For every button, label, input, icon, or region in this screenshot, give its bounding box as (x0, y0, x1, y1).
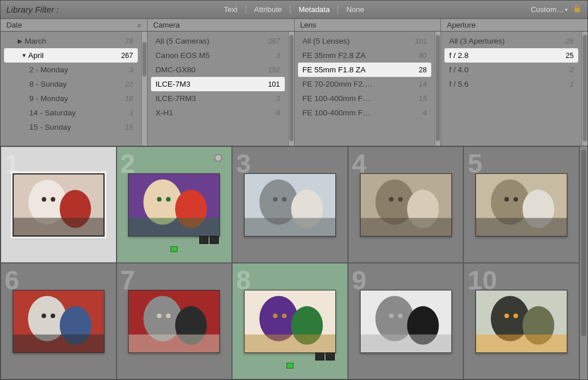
grid-cell[interactable]: 1 (1, 146, 117, 263)
column-scrollbar[interactable] (141, 32, 147, 146)
svg-point-23 (398, 197, 403, 201)
grid-scrollbar-thumb[interactable] (581, 150, 586, 336)
svg-point-47 (282, 313, 287, 318)
filter-column-aperture: All (3 Apertures)28f / 2.825f / 4.02f / … (441, 32, 587, 146)
filter-row[interactable]: FE 100-400mm F…4 (295, 106, 435, 120)
grid-cell[interactable]: 7 (117, 263, 233, 379)
grid-cell[interactable]: 4 (348, 146, 464, 263)
grid-cell[interactable]: 2 (117, 146, 233, 263)
filter-row[interactable]: FE 100-400mm F…15 (295, 91, 435, 106)
filter-row-count: 267 (121, 52, 133, 60)
filter-row[interactable]: All (3 Apertures)28 (441, 34, 582, 48)
filter-row-label: 15 - Sunday (29, 123, 125, 131)
tab-separator (338, 6, 338, 14)
column-header-camera[interactable]: Camera (148, 19, 295, 31)
grid-cell[interactable]: 5 (463, 146, 579, 263)
filter-row-label: FE 55mm F1.8 ZA (303, 65, 419, 74)
svg-point-46 (273, 313, 277, 318)
filter-row-label: FE 100-400mm F… (303, 108, 423, 117)
filter-preset-label: Custom… (531, 5, 564, 14)
filter-row-label: ILCE-7RM3 (156, 94, 276, 103)
filter-row-label: 14 - Saturday (29, 108, 129, 117)
thumbnail[interactable] (13, 290, 105, 353)
filter-row-label: ILCE-7M3 (156, 80, 268, 88)
filter-row[interactable]: FE 55mm F1.8 ZA28 (298, 63, 432, 77)
column-scrollbar-thumb[interactable] (289, 35, 293, 141)
filter-preset-dropdown[interactable]: Custom… ▾ (531, 5, 568, 14)
disclosure-triangle-icon[interactable]: ▼ (21, 52, 28, 59)
filter-list[interactable]: ▶March78▼April2672 - Monday38 - Sunday22… (1, 32, 141, 146)
filter-column-camera: All (5 Cameras)267Canon EOS M53DMC-GX801… (148, 32, 295, 146)
filter-row[interactable]: 14 - Saturday3 (1, 106, 141, 120)
column-scrollbar-thumb[interactable] (583, 35, 587, 141)
thumbnail[interactable] (244, 290, 336, 353)
filter-row[interactable]: 9 - Monday18 (1, 91, 141, 106)
filter-tab-metadata[interactable]: Metadata (292, 3, 336, 15)
grid-cell[interactable]: 10 (463, 263, 579, 379)
filter-row-count: 3 (129, 66, 133, 74)
grid-cell[interactable]: 6 (1, 263, 117, 379)
filter-tab-text[interactable]: Text (217, 3, 245, 15)
filter-row[interactable]: f / 5.61 (441, 77, 582, 91)
thumbnail[interactable] (128, 290, 220, 353)
filter-row[interactable]: FE 70-200mm F2.…14 (295, 77, 435, 91)
filter-row-label: FE 100-400mm F… (303, 94, 419, 103)
grid-cell[interactable]: 3 (232, 146, 348, 263)
thumbnail[interactable] (128, 173, 220, 236)
lock-icon[interactable] (572, 4, 582, 15)
column-scrollbar-thumb[interactable] (142, 42, 146, 76)
column-header-lens[interactable]: Lens (295, 19, 442, 31)
filter-row[interactable]: 15 - Sunday15 (1, 120, 141, 134)
filter-list[interactable]: All (5 Lenses)101FE 35mm F2.8 ZA40FE 55m… (295, 32, 435, 146)
thumbnail[interactable] (244, 173, 336, 236)
thumbnail[interactable] (475, 290, 567, 353)
column-scrollbar-thumb[interactable] (436, 35, 440, 141)
filter-row[interactable]: FE 35mm F2.8 ZA40 (295, 48, 435, 63)
edit-badges-icon (199, 236, 219, 244)
filter-list[interactable]: All (3 Apertures)28f / 2.825f / 4.02f / … (441, 32, 582, 146)
filter-row-label: All (3 Apertures) (449, 37, 566, 45)
filter-row[interactable]: ▼April267 (4, 48, 138, 63)
filter-row[interactable]: All (5 Cameras)267 (148, 34, 288, 48)
filter-row[interactable]: ILCE-7M3101 (151, 77, 285, 91)
filter-row[interactable]: f / 2.825 (444, 48, 578, 63)
filter-row[interactable]: ILCE-7RM33 (148, 91, 288, 106)
tab-separator (290, 6, 291, 14)
filter-row-label: 2 - Monday (29, 65, 129, 74)
filter-bar-title: Library Filter : (6, 5, 59, 14)
column-scrollbar[interactable] (435, 32, 440, 146)
thumbnail[interactable] (360, 173, 452, 236)
column-header-aperture[interactable]: Aperture (441, 19, 587, 31)
filter-row[interactable]: DMC-GX80152 (148, 63, 288, 77)
filter-row[interactable]: Canon EOS M53 (148, 48, 288, 63)
filter-list[interactable]: All (5 Cameras)267Canon EOS M53DMC-GX801… (148, 32, 288, 146)
sort-icon[interactable]: ≡ (137, 22, 141, 29)
filter-row[interactable]: X-H18 (148, 106, 288, 120)
thumbnail[interactable] (475, 173, 567, 236)
thumbnail[interactable] (360, 290, 452, 353)
filter-row-count: 28 (419, 66, 427, 74)
disclosure-triangle-icon[interactable]: ▶ (18, 38, 25, 44)
svg-point-59 (513, 313, 518, 318)
svg-point-52 (389, 313, 393, 318)
thumbnail[interactable] (13, 173, 105, 236)
filter-row-count: 101 (268, 80, 280, 88)
filter-row[interactable]: f / 4.02 (441, 63, 582, 77)
column-header-date[interactable]: Date≡ (1, 19, 148, 31)
filter-row[interactable]: ▶March78 (1, 34, 141, 48)
grid-scrollbar[interactable] (579, 146, 587, 379)
filter-row-label: All (5 Cameras) (156, 37, 268, 45)
grid-cell[interactable]: 8 (232, 263, 348, 379)
filter-row-label: All (5 Lenses) (303, 37, 415, 45)
filter-row[interactable]: All (5 Lenses)101 (295, 34, 435, 48)
filter-row[interactable]: 2 - Monday3 (1, 63, 141, 77)
svg-point-10 (157, 197, 162, 201)
grid-cell[interactable]: 9 (348, 263, 464, 379)
filter-row[interactable]: 8 - Sunday22 (1, 77, 141, 91)
column-scrollbar[interactable] (288, 32, 294, 146)
filter-tab-none[interactable]: None (339, 3, 371, 15)
column-scrollbar[interactable] (582, 32, 587, 146)
svg-rect-27 (476, 218, 567, 235)
svg-point-40 (157, 313, 162, 318)
filter-tab-attribute[interactable]: Attribute (247, 3, 289, 15)
